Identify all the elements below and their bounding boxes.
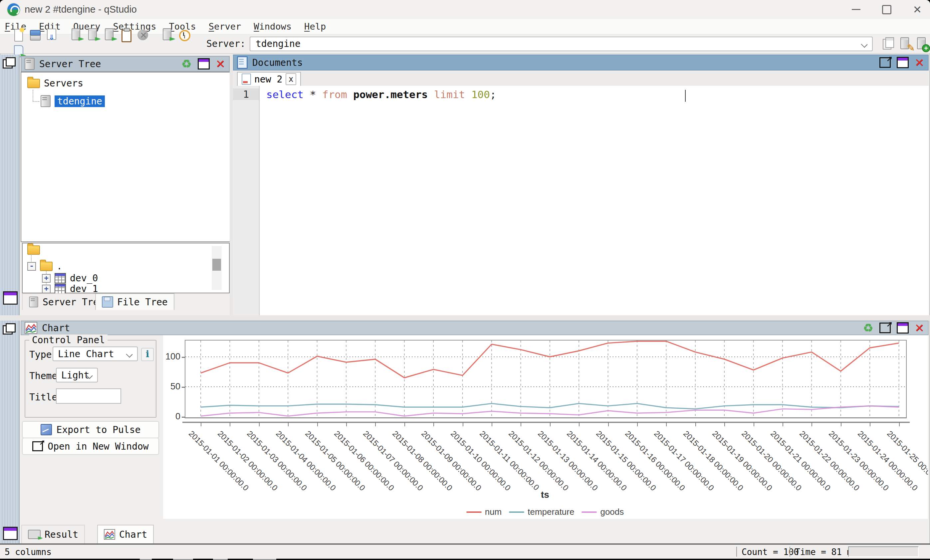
save-download-icon[interactable] — [44, 27, 59, 43]
open-file-icon[interactable] — [27, 27, 43, 43]
sql-editor[interactable]: 1 select * from power.meters limit 100; — [233, 86, 928, 315]
theme-select[interactable]: Light — [56, 368, 98, 382]
sql-token — [347, 89, 354, 100]
new-document-icon[interactable] — [11, 27, 26, 43]
tab-label: new 2 — [254, 74, 282, 85]
close-panel-icon[interactable]: ✕ — [216, 57, 225, 71]
y-axis-tick — [182, 357, 185, 358]
expand-expander-icon[interactable]: + — [42, 285, 51, 293]
popout-panel-icon[interactable] — [879, 57, 891, 68]
menu-windows[interactable]: Windows — [254, 21, 292, 32]
x-axis-tick — [608, 422, 609, 427]
minimize-button[interactable] — [850, 3, 863, 16]
x-axis-tick — [201, 422, 202, 427]
x-axis-tick — [433, 422, 434, 427]
y-axis-tick-label: 0 — [163, 411, 180, 422]
tab-new-2[interactable]: new 2 x — [237, 72, 301, 86]
refresh-icon[interactable]: ♻ — [863, 321, 873, 334]
upper-dock-strip — [0, 55, 20, 315]
scrollbar-track[interactable] — [212, 246, 222, 290]
tab-chart[interactable]: Chart — [97, 525, 154, 543]
tree-node-dev1[interactable]: + dev_1 — [42, 283, 98, 294]
tree-node-tdengine[interactable]: tdengine — [41, 95, 105, 107]
maximize-button[interactable] — [880, 3, 893, 16]
legend-item-temperature: temperature — [509, 507, 574, 517]
tab-result[interactable]: Result — [21, 525, 85, 543]
server-combo[interactable]: tdengine — [249, 37, 873, 51]
sql-code-line: select * from power.meters limit 100; — [266, 89, 496, 100]
save-file-icon — [102, 296, 113, 308]
folder-icon — [27, 79, 40, 88]
button-label: Export to Pulse — [57, 424, 141, 435]
line-number-gutter: 1 — [233, 86, 260, 315]
tree-node-label: dev_0 — [70, 273, 98, 284]
tree-node-dot[interactable]: - . — [27, 261, 62, 272]
sql-token — [428, 89, 434, 100]
cascade-windows-icon[interactable] — [3, 323, 16, 334]
scheduled-query-icon[interactable] — [176, 27, 192, 43]
chart-type-select[interactable]: Line Chart — [52, 347, 138, 361]
x-axis-tick — [782, 422, 783, 427]
restore-panel-icon[interactable] — [3, 291, 18, 305]
add-server-icon[interactable] — [914, 36, 929, 52]
export-to-pulse-button[interactable]: Export to Pulse — [22, 421, 159, 438]
refresh-icon[interactable]: ♻ — [182, 57, 191, 71]
x-axis-tick — [550, 422, 551, 427]
stop-icon[interactable] — [135, 27, 151, 43]
close-button[interactable]: ✕ — [911, 3, 924, 16]
background-window-fragment — [140, 558, 152, 560]
tree-node-root-folder[interactable] — [27, 245, 40, 255]
close-tab-icon[interactable]: x — [286, 73, 296, 85]
execute-on-server-icon[interactable] — [160, 27, 175, 43]
copy-document-icon[interactable] — [881, 36, 896, 52]
horizontal-splitter[interactable] — [0, 315, 930, 321]
legend-swatch — [582, 511, 597, 513]
execute-on-server-icon[interactable] — [85, 27, 100, 43]
server-icon — [41, 95, 51, 107]
menu-server[interactable]: Server — [209, 21, 241, 32]
execute-on-server-icon[interactable] — [102, 27, 117, 43]
restore-panel-icon[interactable] — [3, 527, 18, 540]
menu-help[interactable]: Help — [304, 21, 326, 32]
status-separator — [790, 547, 790, 557]
popout-panel-icon[interactable] — [879, 322, 891, 333]
legend-label: temperature — [528, 507, 574, 517]
clipboard-icon[interactable] — [119, 27, 134, 43]
folder-icon — [27, 245, 40, 255]
cascade-windows-icon[interactable] — [3, 57, 16, 69]
button-label: Open in New Window — [48, 441, 148, 452]
progress-box — [848, 546, 919, 557]
expand-expander-icon[interactable]: + — [42, 274, 51, 283]
document-tab-row: new 2 x — [233, 71, 928, 86]
close-panel-icon[interactable]: ✕ — [915, 321, 924, 334]
chart-title-input[interactable] — [56, 388, 121, 404]
tree-connector — [32, 90, 33, 102]
sql-token: from — [322, 89, 347, 100]
chevron-down-icon — [861, 41, 867, 48]
edit-server-icon[interactable] — [898, 36, 913, 52]
tree-node-servers[interactable]: Servers — [27, 78, 83, 89]
tree-connector — [32, 101, 39, 103]
scrollbar-thumb[interactable] — [212, 259, 221, 271]
chevron-down-icon — [126, 351, 132, 357]
maximize-panel-icon[interactable] — [198, 58, 210, 69]
close-panel-icon[interactable]: ✕ — [915, 56, 924, 69]
x-axis-tick — [870, 422, 870, 427]
tree-node-dev0[interactable]: + dev_0 — [42, 273, 98, 284]
chart-icon — [104, 529, 115, 540]
sql-token — [465, 89, 471, 100]
x-axis-tick — [463, 422, 463, 427]
theme-value: Light — [61, 370, 89, 381]
open-in-new-window-button[interactable]: Open in New Window — [22, 437, 159, 455]
vertical-splitter[interactable] — [230, 55, 233, 315]
maximize-panel-icon[interactable] — [897, 57, 909, 68]
info-button[interactable]: i — [141, 348, 154, 361]
x-axis-tick — [637, 422, 638, 427]
documents-panel-title: Documents — [252, 57, 303, 68]
collapse-expander-icon[interactable]: - — [27, 262, 36, 271]
tab-label: Result — [45, 529, 78, 540]
execute-on-server-icon[interactable] — [69, 27, 84, 43]
chart-area: 050100 2015-01-01 00:00:00.02015-01-02 0… — [163, 335, 928, 519]
tab-file-tree[interactable]: File Tree — [95, 293, 174, 310]
maximize-panel-icon[interactable] — [897, 322, 909, 333]
